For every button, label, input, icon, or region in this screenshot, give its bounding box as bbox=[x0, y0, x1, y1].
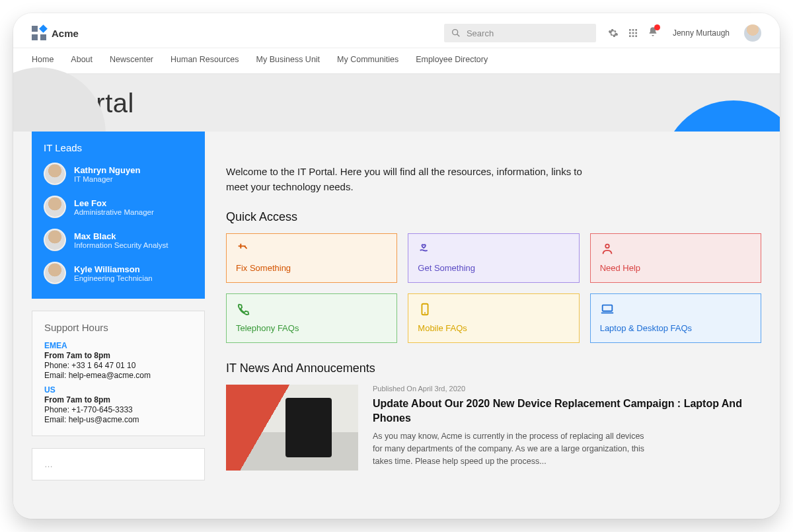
news-headline: Update About Our 2020 New Device Replace… bbox=[373, 397, 761, 425]
svg-rect-5 bbox=[629, 32, 631, 34]
svg-point-0 bbox=[453, 30, 458, 35]
qa-label: Laptop & Desktop FAQs bbox=[600, 323, 751, 333]
apps-grid-icon[interactable] bbox=[628, 28, 638, 38]
logo-icon bbox=[32, 26, 46, 40]
qa-mobile-faqs[interactable]: Mobile FAQs bbox=[408, 293, 579, 343]
main-nav: Home About Newscenter Human Resources My… bbox=[13, 48, 780, 74]
notifications-button[interactable] bbox=[648, 26, 658, 40]
notification-dot bbox=[654, 24, 660, 30]
svg-rect-7 bbox=[635, 32, 637, 34]
nav-home[interactable]: Home bbox=[32, 55, 54, 64]
brand-name: Acme bbox=[52, 28, 79, 39]
nav-about[interactable]: About bbox=[71, 55, 93, 64]
svg-rect-10 bbox=[635, 35, 637, 37]
qa-laptop-desktop-faqs[interactable]: Laptop & Desktop FAQs bbox=[590, 293, 761, 343]
svg-rect-4 bbox=[635, 29, 637, 31]
search-icon bbox=[451, 28, 461, 38]
support-title: Support Hours bbox=[44, 322, 192, 333]
qa-label: Mobile FAQs bbox=[418, 323, 569, 333]
qa-label: Get Something bbox=[418, 263, 569, 273]
lead-name: Max Black bbox=[74, 231, 169, 241]
svg-rect-9 bbox=[632, 35, 634, 37]
support-email: Email: help-us@acme.com bbox=[44, 415, 192, 424]
extra-card: … bbox=[32, 448, 205, 480]
lead-item[interactable]: Max Black Information Security Analyst bbox=[44, 229, 193, 251]
person-icon bbox=[600, 242, 615, 256]
news-article[interactable]: Published On April 3rd, 2020 Update Abou… bbox=[226, 385, 761, 471]
gear-icon[interactable] bbox=[608, 28, 619, 38]
hammer-icon bbox=[236, 242, 250, 256]
news-published: Published On April 3rd, 2020 bbox=[373, 385, 761, 393]
it-leads-card: IT Leads Kathryn Nguyen IT Manager Lee F… bbox=[32, 132, 205, 299]
lead-name: Kyle Williamson bbox=[74, 264, 153, 274]
quick-access-grid: Fix Something Get Something Need Help Te… bbox=[226, 233, 761, 343]
news-thumbnail bbox=[226, 385, 358, 471]
qa-label: Fix Something bbox=[236, 263, 387, 273]
support-phone: Phone: +1-770-645-3333 bbox=[44, 405, 192, 414]
qa-label: Need Help bbox=[600, 263, 751, 273]
support-hours: From 7am to 8pm bbox=[44, 351, 192, 360]
lead-role: IT Manager bbox=[74, 175, 140, 183]
lead-name: Kathryn Nguyen bbox=[74, 165, 140, 175]
support-hours-card: Support Hours EMEA From 7am to 8pm Phone… bbox=[32, 311, 205, 436]
avatar bbox=[44, 229, 66, 251]
svg-line-1 bbox=[457, 34, 460, 37]
svg-rect-2 bbox=[629, 29, 631, 31]
svg-rect-3 bbox=[632, 29, 634, 31]
support-region: EMEA bbox=[44, 341, 192, 350]
nav-communities[interactable]: My Communities bbox=[337, 55, 398, 64]
support-region: US bbox=[44, 385, 192, 395]
nav-newscenter[interactable]: Newscenter bbox=[110, 55, 153, 64]
user-name[interactable]: Jenny Murtaugh bbox=[673, 28, 730, 38]
topbar: Acme Search Jenny Murtaugh bbox=[13, 13, 780, 48]
avatar bbox=[44, 262, 66, 284]
lead-item[interactable]: Kyle Williamson Engineering Technician bbox=[44, 262, 193, 284]
search-input[interactable]: Search bbox=[444, 24, 596, 42]
it-leads-title: IT Leads bbox=[44, 142, 193, 153]
svg-rect-6 bbox=[632, 32, 634, 34]
hand-heart-icon bbox=[418, 242, 432, 256]
phone-icon bbox=[236, 302, 250, 317]
quick-access-title: Quick Access bbox=[226, 210, 761, 224]
mobile-icon bbox=[418, 302, 432, 317]
intro-text: Welcome to the IT Portal. Here you will … bbox=[226, 165, 596, 194]
support-phone: Phone: +33 1 64 47 01 10 bbox=[44, 361, 192, 370]
lead-role: Information Security Analyst bbox=[74, 241, 169, 249]
avatar bbox=[44, 163, 66, 185]
svg-point-11 bbox=[605, 245, 609, 248]
svg-rect-8 bbox=[629, 35, 631, 37]
lead-name: Lee Fox bbox=[74, 198, 154, 208]
search-placeholder: Search bbox=[467, 28, 494, 38]
lead-item[interactable]: Kathryn Nguyen IT Manager bbox=[44, 163, 193, 185]
brand-logo[interactable]: Acme bbox=[32, 26, 79, 40]
page-title: IT Portal bbox=[32, 89, 761, 118]
qa-get-something[interactable]: Get Something bbox=[408, 233, 579, 283]
news-excerpt: As you may know, Acme is currently in th… bbox=[373, 430, 650, 467]
lead-item[interactable]: Lee Fox Administrative Manager bbox=[44, 196, 193, 218]
qa-fix-something[interactable]: Fix Something bbox=[226, 233, 397, 283]
news-title: IT News And Annoucements bbox=[226, 361, 761, 375]
lead-role: Engineering Technician bbox=[74, 274, 153, 282]
nav-directory[interactable]: Employee Directory bbox=[416, 55, 488, 64]
lead-role: Administrative Manager bbox=[74, 208, 154, 216]
support-email: Email: help-emea@acme.com bbox=[44, 371, 192, 380]
qa-label: Telephony FAQs bbox=[236, 323, 387, 333]
support-hours: From 7am to 8pm bbox=[44, 395, 192, 404]
laptop-icon bbox=[600, 302, 615, 317]
nav-hr[interactable]: Human Resources bbox=[170, 55, 239, 64]
qa-telephony-faqs[interactable]: Telephony FAQs bbox=[226, 293, 397, 343]
avatar[interactable] bbox=[744, 24, 761, 42]
qa-need-help[interactable]: Need Help bbox=[590, 233, 761, 283]
nav-business-unit[interactable]: My Business Unit bbox=[256, 55, 321, 64]
avatar bbox=[44, 196, 66, 218]
svg-rect-14 bbox=[602, 305, 612, 311]
